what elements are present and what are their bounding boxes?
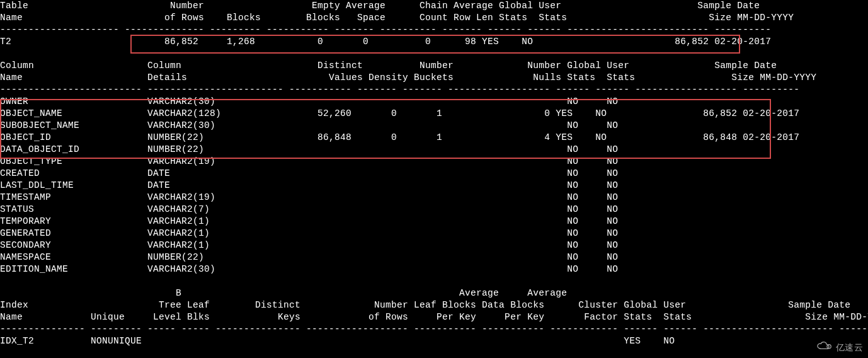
column-header-line2: Name Details Values Density Buckets Null…: [0, 72, 868, 84]
table-header-sep: --------------------- -------------- ---…: [0, 24, 868, 36]
column-row: GENERATED VARCHAR2(1) NO NO: [0, 228, 868, 240]
blank-2: [0, 275, 868, 287]
column-row: CREATED DATE NO NO: [0, 168, 868, 180]
column-row: EDITION_NAME VARCHAR2(30) NO NO: [0, 263, 868, 275]
column-row: DATA_OBJECT_ID NUMBER(22) NO NO: [0, 144, 868, 156]
index-header-line2: Index Tree Leaf Distinct Number Leaf Blo…: [0, 299, 868, 311]
column-header-line1: Column Column Distinct Number Number Glo…: [0, 60, 868, 72]
column-row: SECONDARY VARCHAR2(1) NO NO: [0, 240, 868, 251]
column-row: OBJECT_TYPE VARCHAR2(19) NO NO: [0, 156, 868, 168]
table-header-line2: Name of Rows Blocks Blocks Space Count R…: [0, 12, 868, 24]
column-row: TEMPORARY VARCHAR2(1) NO NO: [0, 216, 868, 228]
index-header-line1: B Average Average: [0, 287, 868, 299]
column-row: STATUS VARCHAR2(7) NO NO: [0, 204, 868, 216]
watermark: 亿速云: [814, 341, 863, 354]
cloud-icon: [814, 341, 833, 354]
column-row: TIMESTAMP VARCHAR2(19) NO NO: [0, 192, 868, 204]
index-header-sep: --------------- --------- ----- ----- --…: [0, 323, 868, 335]
column-row: SUBOBJECT_NAME VARCHAR2(30) NO NO: [0, 120, 868, 132]
column-row: LAST_DDL_TIME DATE NO NO: [0, 180, 868, 192]
index-header-line3: Name Unique Level Blks Keys of Rows Per …: [0, 311, 868, 323]
blank-1: [0, 48, 868, 60]
column-header-sep: ------------------------- --------------…: [0, 84, 868, 96]
column-row: OWNER VARCHAR2(30) NO NO: [0, 96, 868, 108]
column-row: NAMESPACE NUMBER(22) NO NO: [0, 251, 868, 263]
watermark-text: 亿速云: [836, 342, 863, 354]
column-row: OBJECT_ID NUMBER(22) 86,848 0 1 4 YES NO…: [0, 132, 868, 144]
index-row-idx-t2: IDX_T2 NONUNIQUE YES NO: [0, 335, 868, 347]
table-row-t2: T2 86,852 1,268 0 0 0 98 YES NO 86,852 0…: [0, 36, 868, 48]
column-row: OBJECT_NAME VARCHAR2(128) 52,260 0 1 0 Y…: [0, 108, 868, 120]
table-header-line1: Table Number Empty Average Chain Average…: [0, 0, 868, 12]
